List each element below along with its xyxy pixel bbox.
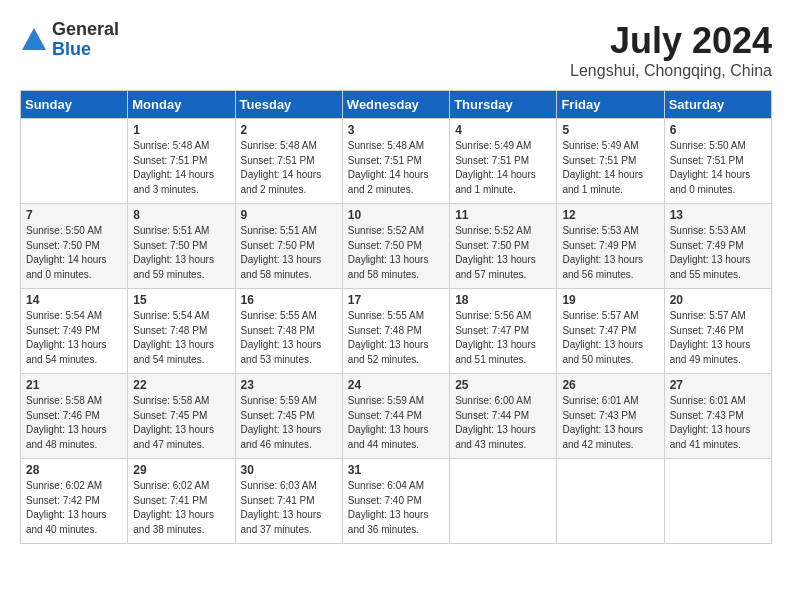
day-cell [557,459,664,544]
day-info: Sunrise: 5:52 AM Sunset: 7:50 PM Dayligh… [455,224,551,282]
day-cell: 17Sunrise: 5:55 AM Sunset: 7:48 PM Dayli… [342,289,449,374]
day-number: 30 [241,463,337,477]
day-number: 24 [348,378,444,392]
day-number: 29 [133,463,229,477]
logo-text: General Blue [52,20,119,60]
day-cell: 27Sunrise: 6:01 AM Sunset: 7:43 PM Dayli… [664,374,771,459]
header-saturday: Saturday [664,91,771,119]
day-cell: 22Sunrise: 5:58 AM Sunset: 7:45 PM Dayli… [128,374,235,459]
day-cell: 30Sunrise: 6:03 AM Sunset: 7:41 PM Dayli… [235,459,342,544]
day-cell: 9Sunrise: 5:51 AM Sunset: 7:50 PM Daylig… [235,204,342,289]
day-info: Sunrise: 5:48 AM Sunset: 7:51 PM Dayligh… [241,139,337,197]
day-number: 28 [26,463,122,477]
title-block: July 2024 Lengshui, Chongqing, China [570,20,772,80]
day-cell: 10Sunrise: 5:52 AM Sunset: 7:50 PM Dayli… [342,204,449,289]
day-info: Sunrise: 6:00 AM Sunset: 7:44 PM Dayligh… [455,394,551,452]
day-number: 10 [348,208,444,222]
day-number: 13 [670,208,766,222]
day-number: 4 [455,123,551,137]
day-info: Sunrise: 5:50 AM Sunset: 7:51 PM Dayligh… [670,139,766,197]
day-cell: 28Sunrise: 6:02 AM Sunset: 7:42 PM Dayli… [21,459,128,544]
location-title: Lengshui, Chongqing, China [570,62,772,80]
day-cell [664,459,771,544]
logo-icon [20,26,48,54]
day-number: 20 [670,293,766,307]
header-tuesday: Tuesday [235,91,342,119]
day-number: 14 [26,293,122,307]
week-row-1: 1Sunrise: 5:48 AM Sunset: 7:51 PM Daylig… [21,119,772,204]
day-cell: 25Sunrise: 6:00 AM Sunset: 7:44 PM Dayli… [450,374,557,459]
day-info: Sunrise: 5:51 AM Sunset: 7:50 PM Dayligh… [241,224,337,282]
day-number: 11 [455,208,551,222]
day-cell: 26Sunrise: 6:01 AM Sunset: 7:43 PM Dayli… [557,374,664,459]
day-info: Sunrise: 5:58 AM Sunset: 7:45 PM Dayligh… [133,394,229,452]
day-info: Sunrise: 5:55 AM Sunset: 7:48 PM Dayligh… [241,309,337,367]
day-cell: 3Sunrise: 5:48 AM Sunset: 7:51 PM Daylig… [342,119,449,204]
day-cell: 1Sunrise: 5:48 AM Sunset: 7:51 PM Daylig… [128,119,235,204]
page-header: General Blue July 2024 Lengshui, Chongqi… [20,20,772,80]
day-info: Sunrise: 5:58 AM Sunset: 7:46 PM Dayligh… [26,394,122,452]
day-cell: 8Sunrise: 5:51 AM Sunset: 7:50 PM Daylig… [128,204,235,289]
day-cell [21,119,128,204]
day-number: 7 [26,208,122,222]
day-number: 1 [133,123,229,137]
day-info: Sunrise: 5:50 AM Sunset: 7:50 PM Dayligh… [26,224,122,282]
calendar-header-row: SundayMondayTuesdayWednesdayThursdayFrid… [21,91,772,119]
day-info: Sunrise: 5:55 AM Sunset: 7:48 PM Dayligh… [348,309,444,367]
day-info: Sunrise: 5:57 AM Sunset: 7:47 PM Dayligh… [562,309,658,367]
day-number: 23 [241,378,337,392]
month-title: July 2024 [570,20,772,62]
day-cell: 12Sunrise: 5:53 AM Sunset: 7:49 PM Dayli… [557,204,664,289]
day-cell: 21Sunrise: 5:58 AM Sunset: 7:46 PM Dayli… [21,374,128,459]
week-row-4: 21Sunrise: 5:58 AM Sunset: 7:46 PM Dayli… [21,374,772,459]
day-info: Sunrise: 6:02 AM Sunset: 7:41 PM Dayligh… [133,479,229,537]
day-cell: 5Sunrise: 5:49 AM Sunset: 7:51 PM Daylig… [557,119,664,204]
day-cell: 6Sunrise: 5:50 AM Sunset: 7:51 PM Daylig… [664,119,771,204]
day-info: Sunrise: 5:59 AM Sunset: 7:44 PM Dayligh… [348,394,444,452]
day-info: Sunrise: 5:51 AM Sunset: 7:50 PM Dayligh… [133,224,229,282]
calendar-table: SundayMondayTuesdayWednesdayThursdayFrid… [20,90,772,544]
calendar-body: 1Sunrise: 5:48 AM Sunset: 7:51 PM Daylig… [21,119,772,544]
day-cell: 31Sunrise: 6:04 AM Sunset: 7:40 PM Dayli… [342,459,449,544]
day-number: 27 [670,378,766,392]
day-cell: 2Sunrise: 5:48 AM Sunset: 7:51 PM Daylig… [235,119,342,204]
day-info: Sunrise: 5:59 AM Sunset: 7:45 PM Dayligh… [241,394,337,452]
header-friday: Friday [557,91,664,119]
logo: General Blue [20,20,119,60]
day-number: 2 [241,123,337,137]
day-number: 26 [562,378,658,392]
day-info: Sunrise: 6:01 AM Sunset: 7:43 PM Dayligh… [670,394,766,452]
day-info: Sunrise: 5:54 AM Sunset: 7:49 PM Dayligh… [26,309,122,367]
day-number: 21 [26,378,122,392]
week-row-2: 7Sunrise: 5:50 AM Sunset: 7:50 PM Daylig… [21,204,772,289]
day-number: 18 [455,293,551,307]
day-info: Sunrise: 5:56 AM Sunset: 7:47 PM Dayligh… [455,309,551,367]
day-number: 9 [241,208,337,222]
day-info: Sunrise: 5:49 AM Sunset: 7:51 PM Dayligh… [562,139,658,197]
day-cell: 4Sunrise: 5:49 AM Sunset: 7:51 PM Daylig… [450,119,557,204]
day-number: 8 [133,208,229,222]
day-info: Sunrise: 5:54 AM Sunset: 7:48 PM Dayligh… [133,309,229,367]
day-info: Sunrise: 6:01 AM Sunset: 7:43 PM Dayligh… [562,394,658,452]
day-cell: 16Sunrise: 5:55 AM Sunset: 7:48 PM Dayli… [235,289,342,374]
week-row-5: 28Sunrise: 6:02 AM Sunset: 7:42 PM Dayli… [21,459,772,544]
day-cell: 7Sunrise: 5:50 AM Sunset: 7:50 PM Daylig… [21,204,128,289]
day-cell: 14Sunrise: 5:54 AM Sunset: 7:49 PM Dayli… [21,289,128,374]
day-number: 22 [133,378,229,392]
day-info: Sunrise: 5:53 AM Sunset: 7:49 PM Dayligh… [670,224,766,282]
day-cell: 19Sunrise: 5:57 AM Sunset: 7:47 PM Dayli… [557,289,664,374]
day-number: 3 [348,123,444,137]
week-row-3: 14Sunrise: 5:54 AM Sunset: 7:49 PM Dayli… [21,289,772,374]
day-cell: 15Sunrise: 5:54 AM Sunset: 7:48 PM Dayli… [128,289,235,374]
day-number: 6 [670,123,766,137]
day-number: 16 [241,293,337,307]
header-thursday: Thursday [450,91,557,119]
day-info: Sunrise: 5:48 AM Sunset: 7:51 PM Dayligh… [348,139,444,197]
day-number: 12 [562,208,658,222]
day-info: Sunrise: 5:52 AM Sunset: 7:50 PM Dayligh… [348,224,444,282]
day-info: Sunrise: 5:57 AM Sunset: 7:46 PM Dayligh… [670,309,766,367]
day-number: 25 [455,378,551,392]
day-number: 5 [562,123,658,137]
day-cell [450,459,557,544]
day-info: Sunrise: 6:04 AM Sunset: 7:40 PM Dayligh… [348,479,444,537]
